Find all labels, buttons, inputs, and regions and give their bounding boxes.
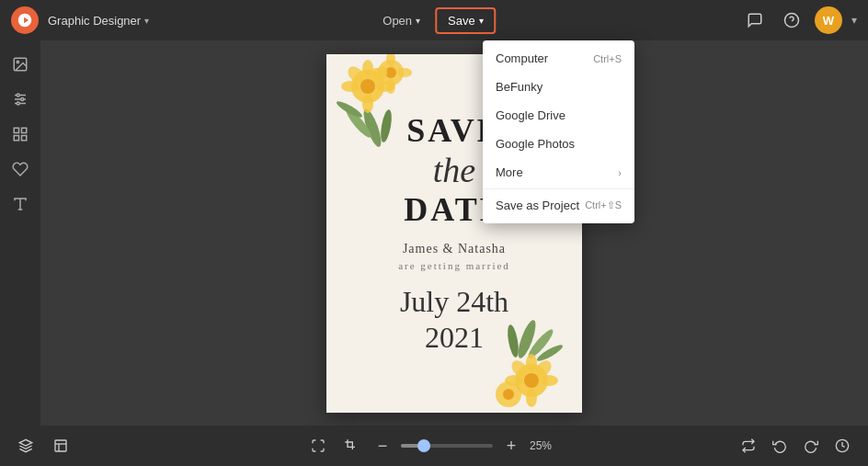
save-button[interactable]: Save ▾ [435,7,497,34]
svg-point-9 [17,102,19,105]
svg-point-25 [362,95,373,113]
more-arrow-icon: › [618,167,622,178]
left-sidebar [0,40,40,426]
zoom-controls: − + 25% [305,433,563,459]
zoom-slider[interactable] [401,444,493,448]
sidebar-item-favorites[interactable] [6,154,35,184]
zoom-slider-track [401,444,419,448]
google-photos-label: Google Photos [496,137,575,151]
open-chevron-icon: ▾ [416,16,420,26]
svg-point-45 [540,375,558,386]
save-chevron-icon: ▾ [479,16,484,26]
crop-button[interactable] [338,433,364,459]
svg-rect-11 [22,128,27,132]
card-subtitle-text: are getting married [398,260,510,271]
svg-point-39 [524,373,539,388]
comment-button[interactable] [741,6,769,34]
canvas-area: SAVE the DATE James & Natasha are gettin… [40,40,868,426]
svg-point-33 [397,68,412,77]
dropdown-divider [483,188,634,189]
card-names-text: James & Natasha [398,242,510,256]
open-button[interactable]: Open ▾ [371,9,431,32]
svg-point-42 [526,354,537,372]
zoom-percent-display: 25% [530,439,563,452]
dropdown-item-google-photos[interactable]: Google Photos [483,130,634,158]
avatar-chevron-icon[interactable]: ▾ [851,14,857,27]
app-logo[interactable] [11,6,39,34]
history-button[interactable] [829,433,855,459]
sidebar-item-images[interactable] [6,50,35,79]
svg-point-32 [370,68,384,77]
svg-point-7 [17,94,19,97]
zoom-in-button[interactable]: + [500,435,522,457]
google-drive-label: Google Drive [496,108,565,122]
zoom-slider-thumb[interactable] [417,439,430,452]
card-date-script: July 24th 2021 [398,284,510,355]
more-label: More [496,165,523,179]
app-name-button[interactable]: Graphic Designer ▾ [48,14,149,28]
save-label: Save [448,14,475,28]
app-name-label: Graphic Designer [48,14,141,28]
help-button[interactable] [778,6,805,34]
svg-point-21 [360,79,375,94]
svg-point-18 [379,108,394,142]
computer-label: Computer [496,51,548,65]
save-dropdown-menu: Computer Ctrl+S BeFunky Google Drive Goo… [483,40,634,223]
svg-rect-12 [14,136,18,141]
svg-rect-13 [22,136,27,141]
avatar[interactable]: W [815,6,842,34]
svg-rect-49 [55,440,66,451]
navbar-right: W ▾ [741,6,857,34]
navbar-center: Open ▾ Save ▾ [371,7,496,34]
save-project-shortcut: Ctrl+⇧S [585,199,622,211]
bottom-bar: − + 25% [0,426,868,466]
dropdown-item-save-project[interactable]: Save as Project Ctrl+⇧S [483,191,634,220]
svg-point-8 [21,98,24,101]
canvas-button[interactable] [48,433,74,459]
computer-shortcut: Ctrl+S [593,53,622,64]
svg-point-43 [526,389,537,407]
svg-point-3 [17,61,18,63]
redo-button[interactable] [798,433,824,459]
fit-screen-button[interactable] [305,433,331,459]
undo-button[interactable] [767,433,793,459]
bottom-right-icons [736,433,855,459]
zoom-out-button[interactable]: − [371,435,394,457]
svg-marker-48 [19,439,31,446]
svg-point-44 [505,375,523,386]
dropdown-item-more[interactable]: More › [483,158,634,187]
dropdown-item-google-drive[interactable]: Google Drive [483,101,634,130]
sidebar-item-text[interactable] [6,189,35,219]
save-project-label: Save as Project [496,199,579,212]
dropdown-item-computer[interactable]: Computer Ctrl+S [483,44,634,73]
svg-point-26 [341,81,360,92]
svg-point-31 [386,79,395,94]
open-label: Open [383,14,412,28]
svg-point-41 [503,389,514,400]
avatar-initial: W [823,14,834,28]
swap-button[interactable] [736,433,761,459]
card-date-line1: July 24th [400,285,508,318]
svg-rect-10 [14,128,18,132]
sidebar-item-templates[interactable] [6,119,35,149]
layers-button[interactable] [13,433,39,459]
navbar: Graphic Designer ▾ Open ▾ Save ▾ W [0,0,868,40]
befunky-label: BeFunky [496,80,542,94]
sidebar-item-adjustments[interactable] [6,85,35,114]
app-name-chevron-icon: ▾ [144,16,149,26]
card-date-line2: 2021 [425,321,484,354]
dropdown-item-befunky[interactable]: BeFunky [483,73,634,101]
